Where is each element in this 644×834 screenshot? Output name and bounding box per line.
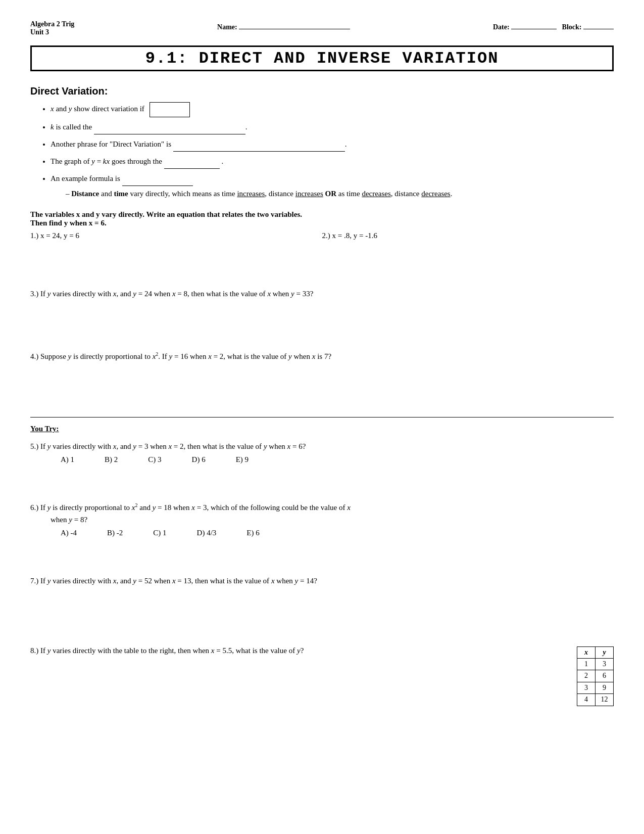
work-space-1-2 — [30, 240, 614, 281]
p6-opt-d: D) 4/3 — [197, 529, 217, 537]
p7-text: 7.) If y varies directly with x, and y =… — [30, 577, 317, 585]
bullet-3: Another phrase for "Direct Variation" is… — [51, 136, 614, 152]
name-block: Name: — [217, 20, 350, 31]
bullet-2: k is called the . — [51, 119, 614, 134]
p3-text: 3.) If y varies directly with x, and y =… — [30, 290, 313, 298]
p6-opt-c: C) 1 — [153, 529, 166, 537]
p2-text: 2.) x = .8, y = -1.6 — [322, 231, 377, 240]
p5-opt-a: A) 1 — [61, 455, 74, 464]
date-label: Date: — [493, 23, 510, 31]
course-label: Algebra 2 Trig — [30, 20, 74, 28]
header: Algebra 2 Trig Unit 3 Name: Date: Block: — [30, 20, 614, 36]
p5-text: 5.) If y varies directly with x, and y =… — [30, 442, 306, 450]
problem-1: 1.) x = 24, y = 6 — [30, 231, 322, 240]
section-label: Direct Variation: — [30, 85, 108, 97]
you-try-label: You Try: — [30, 425, 614, 433]
work-space-6 — [30, 552, 614, 568]
instruction-line1: The variables x and y vary directly. Wri… — [30, 210, 614, 219]
problem-5-block: 5.) If y varies directly with x, and y =… — [30, 440, 614, 464]
problem-8-block: x y 1 3 2 6 3 9 — [30, 644, 614, 657]
p6-opt-a: A) -4 — [61, 529, 77, 537]
table-cell-y2: 6 — [596, 670, 614, 682]
problem-4: 4.) Suppose y is directly proportional t… — [30, 350, 614, 362]
name-field[interactable] — [239, 20, 350, 29]
direct-variation-section: Direct Variation: x and y show direct va… — [30, 85, 614, 201]
table-row: 2 6 — [577, 670, 614, 682]
k-blank — [94, 125, 245, 134]
formula-blank — [122, 177, 193, 186]
table-cell-y3: 9 — [596, 682, 614, 693]
p6-opt-e: E) 6 — [246, 529, 259, 537]
table-cell-y1: 3 — [596, 658, 614, 670]
block-field[interactable] — [583, 20, 614, 29]
problems-1-2: 1.) x = 24, y = 6 2.) x = .8, y = -1.6 — [30, 231, 614, 240]
table-cell-x4: 4 — [577, 694, 596, 706]
unit-label: Unit 3 — [30, 28, 74, 36]
instruction-line2: Then find y when x = 6. — [30, 219, 614, 227]
p1-text: 1.) x = 24, y = 6 — [30, 231, 79, 240]
table-cell-x2: 2 — [577, 670, 596, 682]
work-space-4 — [30, 365, 614, 406]
graph-blank — [164, 160, 220, 169]
table-cell-x1: 1 — [577, 658, 596, 670]
problem-5: 5.) If y varies directly with x, and y =… — [30, 440, 614, 452]
section-divider — [30, 417, 614, 418]
date-field[interactable] — [511, 20, 557, 29]
table-header-x: x — [577, 646, 596, 658]
table-cell-x3: 3 — [577, 682, 596, 693]
p5-opt-b: B) 2 — [105, 455, 118, 464]
instruction-block: The variables x and y vary directly. Wri… — [30, 210, 614, 227]
work-space-7 — [30, 602, 614, 637]
title-container: 9.1: DIRECT AND INVERSE VARIATION — [30, 40, 614, 78]
table-row: 3 9 — [577, 682, 614, 693]
p6-opt-b: B) -2 — [107, 529, 123, 537]
you-try-section: You Try: 5.) If y varies directly with x… — [30, 425, 614, 657]
problem-6: 6.) If y is directly proportional to x2 … — [30, 501, 614, 526]
work-space-3 — [30, 303, 614, 343]
variation-table: x y 1 3 2 6 3 9 — [577, 646, 614, 706]
bullet-1: x and y show direct variation if — [51, 101, 614, 117]
phrase-blank — [173, 143, 345, 152]
name-label: Name: — [217, 23, 237, 31]
sub-bullet-1: Distance and time vary directly, which m… — [66, 186, 614, 201]
section-heading: Direct Variation: — [30, 85, 614, 97]
p6-options: A) -4 B) -2 C) 1 D) 4/3 E) 6 — [61, 529, 614, 537]
problem-3: 3.) If y varies directly with x, and y =… — [30, 288, 614, 300]
problem-2: 2.) x = .8, y = -1.6 — [322, 231, 614, 240]
problem-8: x y 1 3 2 6 3 9 — [30, 644, 614, 657]
work-space-5 — [30, 479, 614, 494]
p6-sub: when y = 8? — [51, 516, 87, 524]
table-cell-y4: 12 — [596, 694, 614, 706]
page-title: 9.1: DIRECT AND INVERSE VARIATION — [30, 45, 614, 71]
bullet-list: x and y show direct variation if k is ca… — [51, 101, 614, 201]
p6-text: 6.) If y is directly proportional to x2 … — [30, 503, 351, 512]
variation-box — [150, 102, 190, 117]
bullet-5: An example formula is Distance and time … — [51, 171, 614, 201]
problem-7: 7.) If y varies directly with x, and y =… — [30, 575, 614, 587]
table-row: 4 12 — [577, 694, 614, 706]
p5-opt-d: D) 6 — [192, 455, 206, 464]
p5-opt-e: E) 9 — [236, 455, 249, 464]
p5-opt-c: C) 3 — [148, 455, 161, 464]
course-unit: Algebra 2 Trig Unit 3 — [30, 20, 74, 36]
problem-7-block: 7.) If y varies directly with x, and y =… — [30, 575, 614, 587]
p5-options: A) 1 B) 2 C) 3 D) 6 E) 9 — [61, 455, 614, 464]
bullet-4: The graph of y = kx goes through the . — [51, 154, 614, 169]
date-block: Date: Block: — [493, 20, 614, 31]
p4-text: 4.) Suppose y is directly proportional t… — [30, 352, 331, 360]
block-label: Block: — [562, 23, 582, 31]
table-header-y: y — [596, 646, 614, 658]
table-row: 1 3 — [577, 658, 614, 670]
problem-6-block: 6.) If y is directly proportional to x2 … — [30, 501, 614, 537]
p8-text: 8.) If y varies directly with the table … — [30, 646, 304, 655]
sub-bullet-list: Distance and time vary directly, which m… — [66, 186, 614, 201]
